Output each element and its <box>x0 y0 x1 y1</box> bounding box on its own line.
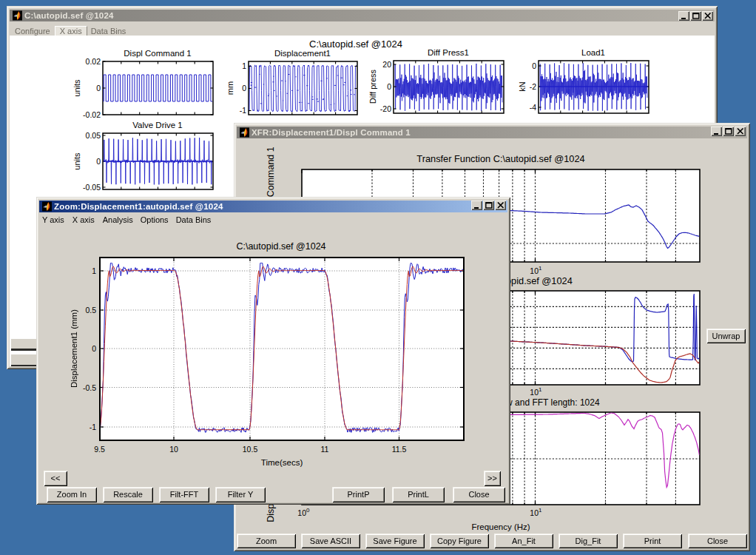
svg-text:0: 0 <box>96 157 101 166</box>
svg-text:10: 10 <box>530 266 539 275</box>
svg-text:0: 0 <box>242 84 246 92</box>
svg-text:0: 0 <box>532 61 536 70</box>
svg-text:1: 1 <box>539 507 542 514</box>
svg-text:10: 10 <box>530 508 539 517</box>
svg-text:-0.05: -0.05 <box>83 183 101 192</box>
svg-text:1: 1 <box>539 265 542 272</box>
svg-text:9.5: 9.5 <box>94 445 105 454</box>
svg-text:1: 1 <box>242 61 246 70</box>
svg-text:1: 1 <box>539 386 542 393</box>
svg-text:Load1: Load1 <box>581 48 605 57</box>
svg-text:Diff Press1: Diff Press1 <box>428 48 469 57</box>
svg-text:0: 0 <box>92 344 96 353</box>
svg-text:1: 1 <box>92 266 96 275</box>
svg-text:-0.02: -0.02 <box>83 110 101 119</box>
svg-text:units: units <box>72 79 81 97</box>
svg-text:-20: -20 <box>380 104 391 113</box>
svg-text:10: 10 <box>169 445 178 454</box>
svg-text:-1: -1 <box>90 423 96 431</box>
svg-text:0.5: 0.5 <box>85 306 96 314</box>
svg-text:-1: -1 <box>240 106 246 115</box>
svg-text:Time(secs): Time(secs) <box>261 458 303 467</box>
svg-text:C:\autopid.sef @1024: C:\autopid.sef @1024 <box>309 38 402 50</box>
svg-text:Displ Command 1: Displ Command 1 <box>124 49 191 58</box>
svg-text:20: 20 <box>382 60 391 69</box>
svg-text:0: 0 <box>96 84 101 92</box>
svg-text:-2: -2 <box>530 82 536 91</box>
svg-text:Frequency (Hz): Frequency (Hz) <box>471 522 530 531</box>
svg-text:0.05: 0.05 <box>86 131 101 140</box>
svg-text:-4: -4 <box>530 103 536 112</box>
svg-text:Diff press: Diff press <box>368 69 377 104</box>
svg-text:Valve Drive 1: Valve Drive 1 <box>132 121 183 130</box>
svg-text:10.5: 10.5 <box>243 445 258 454</box>
svg-text:0: 0 <box>306 507 310 514</box>
svg-text:-0.5: -0.5 <box>83 383 96 392</box>
svg-text:C:\autopid.sef @1024: C:\autopid.sef @1024 <box>236 241 325 252</box>
svg-text:11: 11 <box>321 445 329 454</box>
svg-text:0: 0 <box>387 82 391 91</box>
svg-text:kN: kN <box>518 81 527 92</box>
svg-text:Transfer Function C:\autopid.s: Transfer Function C:\autopid.sef @1024 <box>416 153 584 164</box>
svg-text:mm: mm <box>226 81 234 95</box>
svg-text:Displacement1 (mm): Displacement1 (mm) <box>70 309 78 388</box>
svg-text:10: 10 <box>297 508 306 517</box>
svg-text:Displacement1: Displacement1 <box>274 49 331 58</box>
svg-text:11.5: 11.5 <box>392 445 407 454</box>
svg-text:10: 10 <box>530 388 539 397</box>
svg-text:units: units <box>72 152 81 170</box>
svg-text:0.02: 0.02 <box>86 57 101 66</box>
